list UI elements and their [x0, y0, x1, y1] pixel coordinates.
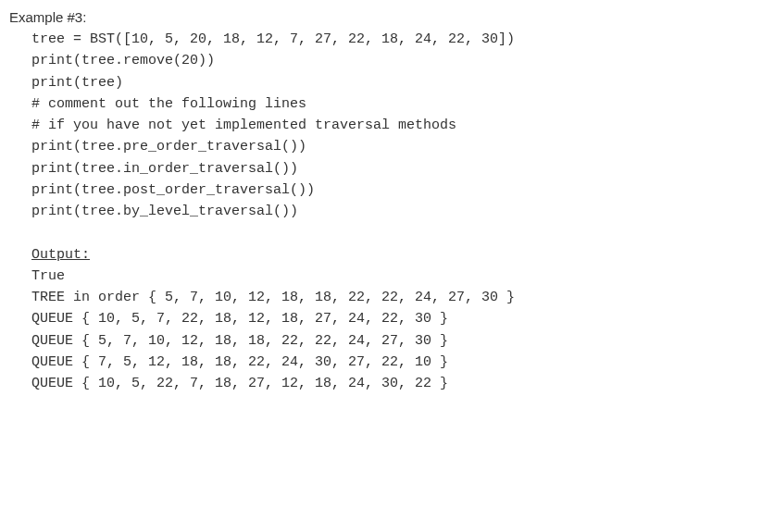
code-line-9: print(tree.by_level_traversal())	[9, 201, 765, 222]
example-title: Example #3:	[9, 7, 765, 29]
output-header: Output:	[9, 244, 765, 266]
output-line-3: QUEUE { 10, 5, 7, 22, 18, 12, 18, 27, 24…	[9, 308, 765, 329]
code-line-7: print(tree.in_order_traversal())	[9, 158, 765, 179]
code-line-6: print(tree.pre_order_traversal())	[9, 136, 765, 157]
output-line-1: True	[9, 266, 765, 287]
blank-line	[9, 222, 765, 243]
output-line-4: QUEUE { 5, 7, 10, 12, 18, 18, 22, 22, 24…	[9, 330, 765, 352]
output-line-2: TREE in order { 5, 7, 10, 12, 18, 18, 22…	[9, 287, 765, 308]
output-line-5: QUEUE { 7, 5, 12, 18, 18, 22, 24, 30, 27…	[9, 352, 765, 373]
code-line-1: tree = BST([10, 5, 20, 18, 12, 7, 27, 22…	[9, 29, 765, 50]
code-line-8: print(tree.post_order_traversal())	[9, 179, 765, 201]
code-line-4: # comment out the following lines	[9, 93, 765, 115]
code-line-2: print(tree.remove(20))	[9, 50, 765, 71]
code-line-5: # if you have not yet implemented traver…	[9, 115, 765, 136]
code-line-3: print(tree)	[9, 72, 765, 93]
output-line-6: QUEUE { 10, 5, 22, 7, 18, 27, 12, 18, 24…	[9, 373, 765, 394]
